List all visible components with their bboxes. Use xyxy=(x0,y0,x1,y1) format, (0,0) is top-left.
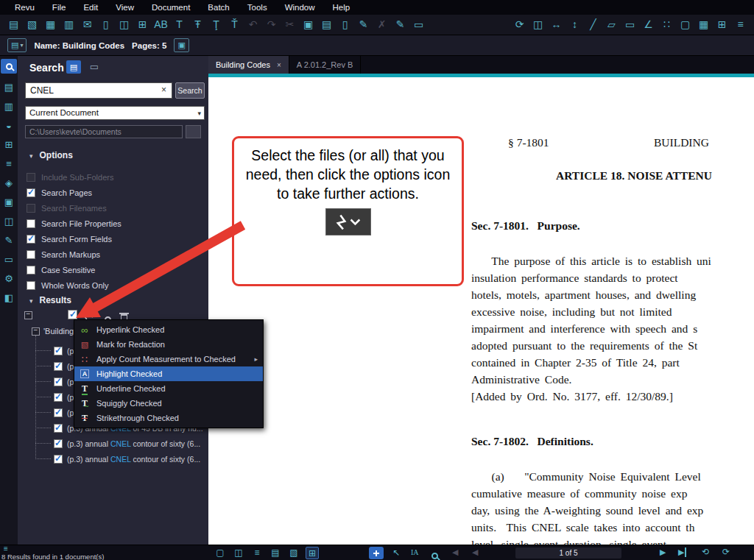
select-text-tool-icon[interactable]: IA xyxy=(411,548,419,556)
pan-tool-icon[interactable] xyxy=(369,547,384,559)
result-checkbox[interactable] xyxy=(54,362,63,371)
results-tree-root[interactable]: 'Building xyxy=(32,327,74,336)
option-search-pages[interactable]: Search Pages xyxy=(18,185,208,200)
table-tool-icon[interactable]: ▦ xyxy=(694,15,713,35)
signature-icon[interactable]: ✎ xyxy=(1,230,17,249)
print-icon[interactable]: ▥ xyxy=(60,15,78,35)
checkbox[interactable] xyxy=(27,204,35,213)
result-item[interactable]: (p.3) annual CNEL contour of sixty (6... xyxy=(18,436,208,451)
delete-icon[interactable]: ✗ xyxy=(373,15,391,35)
highlighter-icon[interactable]: ✎ xyxy=(391,15,409,35)
measure-area-icon[interactable]: ▱ xyxy=(602,15,621,35)
option-include-subfolders[interactable]: Include Sub-Folders xyxy=(18,169,208,185)
windows-icon[interactable]: ◫ xyxy=(1,211,17,230)
menu-batch[interactable]: Batch xyxy=(199,3,238,12)
current-view-icon[interactable]: ⊞ xyxy=(306,547,319,559)
menu-underline-checked[interactable]: T Underline Checked xyxy=(74,381,263,396)
menu-help[interactable]: Help xyxy=(324,3,359,12)
layers-icon[interactable]: ≡ xyxy=(1,154,17,173)
continuous-view-icon[interactable]: ≡ xyxy=(250,547,264,559)
measurements-icon[interactable]: ▭ xyxy=(1,249,17,269)
edit-text-icon[interactable]: AB xyxy=(152,15,170,35)
result-checkbox[interactable] xyxy=(54,439,63,448)
split-panel-icon[interactable]: ◧ xyxy=(1,288,17,307)
rotate-right-icon[interactable]: ⟳ xyxy=(722,547,730,557)
option-search-form-fields[interactable]: Search Form Fields xyxy=(18,231,208,247)
text-highlight-icon[interactable]: T xyxy=(170,15,188,35)
options-section-header[interactable]: Options xyxy=(29,150,73,160)
next-page-icon[interactable]: ▶ xyxy=(660,547,666,557)
previous-page-icon[interactable]: ◀ xyxy=(452,547,458,557)
browse-folder-button[interactable] xyxy=(186,125,201,138)
measure-length-icon[interactable]: ╱ xyxy=(584,15,602,35)
menu-hyperlink-checked[interactable]: ∞ Hyperlink Checked xyxy=(74,322,263,337)
markup-list-icon[interactable]: ≡ xyxy=(4,545,8,553)
search-button[interactable]: Search xyxy=(175,82,205,99)
two-up-view-icon[interactable]: ◫ xyxy=(232,547,245,559)
menu-edit[interactable]: Edit xyxy=(74,3,107,12)
settings-icon[interactable]: ⚙ xyxy=(1,269,17,288)
file-access-icon[interactable]: ▥ xyxy=(1,96,17,116)
cut-icon[interactable]: ✂ xyxy=(281,15,299,35)
last-page-icon[interactable]: ▶ xyxy=(678,547,686,557)
sync-icon[interactable]: ⟳ xyxy=(510,15,529,35)
checkbox[interactable] xyxy=(27,235,35,244)
menu-file[interactable]: File xyxy=(43,3,75,12)
menu-window[interactable]: Window xyxy=(276,3,324,12)
menu-mark-for-redaction[interactable]: ▧ Mark for Redaction xyxy=(74,337,263,352)
option-search-filenames[interactable]: Search Filenames xyxy=(18,200,208,216)
select-all-results-checkbox[interactable] xyxy=(68,310,77,319)
menu-view[interactable]: View xyxy=(107,3,143,12)
split-view-icon[interactable]: ⊞ xyxy=(133,15,152,35)
checkbox[interactable] xyxy=(27,173,35,182)
zoom-tool-icon[interactable] xyxy=(431,549,438,560)
search-current-doc-icon[interactable]: ▤ xyxy=(66,60,81,74)
result-checkbox[interactable] xyxy=(54,378,63,386)
results-section-header[interactable]: Results xyxy=(29,295,71,305)
save-icon[interactable]: ▦ xyxy=(41,15,60,35)
undo-icon[interactable]: ↶ xyxy=(244,15,262,35)
close-tab-icon[interactable]: × xyxy=(277,61,281,69)
result-checkbox[interactable] xyxy=(54,408,63,417)
checkbox[interactable] xyxy=(27,219,35,228)
menu-revu[interactable]: Revu xyxy=(6,3,43,12)
clear-search-icon[interactable]: × xyxy=(161,85,166,95)
option-whole-words[interactable]: Whole Words Only xyxy=(18,277,208,293)
text-strikethrough-icon[interactable]: Ŧ xyxy=(188,15,207,35)
count-tool-icon[interactable]: ∷ xyxy=(658,15,676,35)
cloud-tool-icon[interactable]: ▢ xyxy=(676,15,694,35)
tile-windows-icon[interactable]: ◫ xyxy=(115,15,133,35)
panels-icon[interactable]: ◫ xyxy=(529,15,547,35)
menu-apply-count-measurement[interactable]: ∷ Apply Count Measurement to Checked ▸ xyxy=(74,352,263,366)
option-case-sensitive[interactable]: Case Sensitive xyxy=(18,262,208,277)
single-page-view-icon[interactable]: ▢ xyxy=(214,547,227,559)
fit-page-icon[interactable]: ↕ xyxy=(566,15,584,35)
text-squiggly-icon[interactable]: Ť xyxy=(225,15,244,35)
pdf-page[interactable]: § 7-1801 BUILDING ARTICLE 18. NOISE ATTE… xyxy=(208,77,754,545)
first-page-icon[interactable]: ◀ xyxy=(472,547,478,557)
checkbox[interactable] xyxy=(27,188,35,197)
pen-icon[interactable]: ✎ xyxy=(354,15,373,35)
tab-a2012-rev-b[interactable]: A 2.01.2_Rev B xyxy=(289,56,361,74)
result-checkbox[interactable] xyxy=(54,455,63,464)
option-search-file-properties[interactable]: Search File Properties xyxy=(18,216,208,231)
measure-rectangle-icon[interactable]: ▭ xyxy=(621,15,639,35)
result-checkbox[interactable] xyxy=(54,393,63,402)
menu-strikethrough-checked[interactable]: T Strikethrough Checked xyxy=(74,411,263,425)
eraser-icon[interactable]: ▭ xyxy=(409,15,428,35)
bookmarks-icon[interactable]: ▣ xyxy=(1,192,17,211)
thumbnail-view-icon[interactable]: ▤ xyxy=(269,547,282,559)
page-indicator[interactable]: 1 of 5 xyxy=(515,547,621,559)
shapes-icon[interactable]: ◈ xyxy=(1,173,17,192)
search-input[interactable] xyxy=(25,82,172,99)
result-checkbox[interactable] xyxy=(54,424,63,433)
markup-list-icon[interactable]: ≡ xyxy=(731,15,750,35)
result-checkbox[interactable] xyxy=(54,347,63,355)
select-tool-icon[interactable]: ↖ xyxy=(392,547,400,558)
menu-highlight-checked[interactable]: A Highlight Checked xyxy=(74,366,263,381)
collapse-node-icon[interactable] xyxy=(32,327,40,336)
export-view-icon[interactable]: ▧ xyxy=(287,547,300,559)
rotate-left-icon[interactable]: ⟲ xyxy=(702,547,709,557)
clipboard-icon[interactable]: ▯ xyxy=(336,15,354,35)
search-icon[interactable] xyxy=(1,59,17,74)
